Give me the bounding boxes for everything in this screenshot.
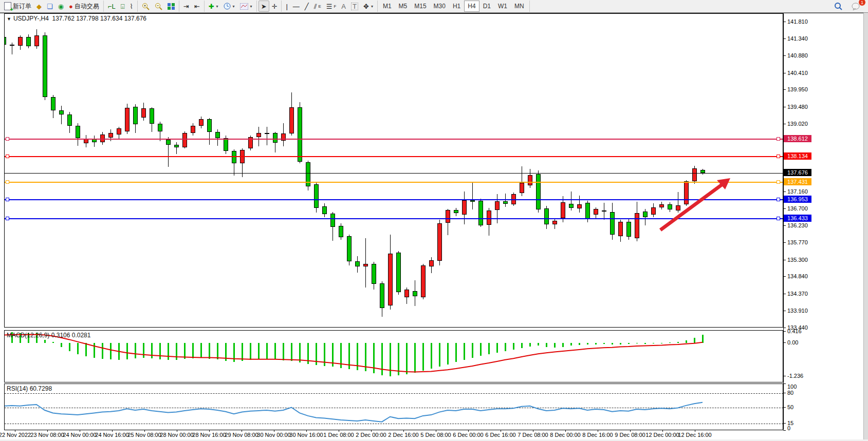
price-tick-label: 136.700 bbox=[787, 205, 808, 212]
date-label: 24 Nov 00:00 bbox=[63, 432, 96, 438]
rsi-tick-label: 50 bbox=[787, 404, 793, 410]
date-label: 5 Dec 08:00 bbox=[420, 432, 451, 438]
fibonacci-button[interactable]: ☰F bbox=[324, 1, 339, 12]
vline-button[interactable]: | bbox=[283, 1, 290, 12]
notification-badge: 1 bbox=[858, 0, 866, 6]
timeframe-button-M5[interactable]: M5 bbox=[395, 1, 411, 12]
chart-autoscroll-button[interactable]: ⇤ bbox=[192, 1, 202, 12]
auto-trading-icon: ● bbox=[69, 3, 73, 10]
crosshair-icon: ✛ bbox=[272, 3, 278, 10]
timeframe-button-H1[interactable]: H1 bbox=[449, 1, 464, 12]
rsi-tick bbox=[783, 384, 786, 384]
date-label: 29 Nov 08:00 bbox=[225, 432, 258, 438]
bar-chart-icon: ⌐L bbox=[108, 3, 116, 10]
timeframe-button-MN[interactable]: MN bbox=[511, 1, 528, 12]
auto-trading-label: 自动交易 bbox=[75, 2, 99, 11]
window-edge bbox=[863, 13, 868, 441]
text-label-icon: T bbox=[351, 3, 358, 10]
crosshair-button[interactable]: ✛ bbox=[269, 1, 280, 12]
timeframe-button-M30[interactable]: M30 bbox=[430, 1, 449, 12]
price-tick bbox=[783, 73, 786, 73]
price-tick bbox=[783, 225, 786, 226]
chart-shift-end-button[interactable]: ⇥ bbox=[181, 1, 192, 12]
price-tick bbox=[783, 242, 786, 243]
fibonacci-glyph: F bbox=[334, 4, 336, 9]
date-label: 30 Nov 16:00 bbox=[289, 432, 323, 438]
auto-trading-button[interactable]: ● 自动交易 bbox=[66, 1, 102, 12]
bar-chart-button[interactable]: ⌐L bbox=[105, 1, 118, 12]
signals-button[interactable]: ◉ bbox=[56, 1, 66, 12]
periods-button[interactable]: ▾ bbox=[221, 1, 237, 12]
arrow-annotation[interactable] bbox=[5, 14, 783, 327]
timeframe-button-H4[interactable]: H4 bbox=[464, 1, 479, 12]
channel-button[interactable]: ⫽E bbox=[311, 1, 324, 12]
zoom-out-button[interactable] bbox=[152, 1, 165, 12]
price-tick-label: 134.370 bbox=[787, 291, 808, 297]
price-tick-label: 140.410 bbox=[787, 70, 808, 76]
price-line-label: 136.953 bbox=[784, 196, 811, 203]
templates-button[interactable]: ▾ bbox=[237, 1, 255, 12]
date-label: 28 Nov 16:00 bbox=[192, 432, 226, 438]
main-toolbar: + 新订单 ◆ ❏ ◉ ● 自动交易 ⌐L ⌻ ⌇ bbox=[0, 0, 868, 13]
indicators-button[interactable]: ✚▾ bbox=[206, 1, 221, 12]
toolbar-group-charttype: ⌐L ⌻ ⌇ bbox=[104, 1, 138, 12]
hline-button[interactable]: — bbox=[290, 1, 302, 12]
date-label: 12 Dec 16:00 bbox=[678, 432, 711, 438]
price-tick bbox=[783, 276, 786, 277]
cursor-button[interactable]: ➤ bbox=[258, 1, 269, 12]
date-label: 8 Dec 16:00 bbox=[582, 432, 613, 438]
symbol-dropdown-icon[interactable]: ▼ bbox=[7, 16, 11, 22]
price-tick bbox=[783, 107, 786, 107]
timeframe-button-W1[interactable]: W1 bbox=[494, 1, 511, 12]
price-tick-label: 133.910 bbox=[787, 308, 808, 314]
price-tick-label: 139.020 bbox=[787, 121, 808, 127]
market-watch-button[interactable]: ❏ bbox=[44, 1, 56, 12]
price-tick bbox=[783, 294, 786, 294]
notifications-button[interactable]: 1 bbox=[849, 1, 863, 12]
ohlc-values: 137.762 137.798 137.634 137.676 bbox=[52, 15, 147, 22]
rsi-tick-label: 0 bbox=[787, 425, 790, 431]
zoom-in-button[interactable] bbox=[139, 1, 152, 12]
candlestick-button[interactable]: ⌻ bbox=[118, 1, 127, 12]
rsi-tick bbox=[783, 430, 786, 431]
clock-icon bbox=[224, 3, 231, 10]
macd-signal-line bbox=[5, 331, 783, 382]
timeframe-button-D1[interactable]: D1 bbox=[479, 1, 494, 12]
line-chart-icon: ⌇ bbox=[130, 3, 133, 10]
trendline-button[interactable]: ╱ bbox=[302, 1, 311, 12]
price-tick-label: 134.840 bbox=[787, 273, 808, 279]
new-order-button[interactable]: + 新订单 bbox=[2, 1, 34, 12]
toolbar-group-shift: ⇥ ⇤ bbox=[179, 1, 205, 12]
macd-tick-label: -1.236 bbox=[787, 373, 803, 379]
search-button[interactable] bbox=[832, 1, 845, 12]
price-line-label: 137.676 bbox=[784, 169, 811, 176]
macd-pane: MACD(12,26,9) 0.3106 0.0281 bbox=[4, 330, 783, 382]
signals-icon: ◉ bbox=[58, 3, 64, 10]
date-label: 24 Nov 16:00 bbox=[95, 432, 128, 438]
chart-title: ▼USDJPY-,H4 137.762 137.798 137.634 137.… bbox=[7, 15, 146, 22]
price-tick bbox=[783, 191, 786, 192]
quotes-button[interactable]: ◆ bbox=[34, 1, 44, 12]
price-line-label: 136.433 bbox=[784, 215, 811, 222]
line-chart-button[interactable]: ⌇ bbox=[127, 1, 136, 12]
timeframe-button-M1[interactable]: M1 bbox=[379, 1, 395, 12]
macd-tick bbox=[783, 342, 786, 343]
text-label-button[interactable]: T bbox=[348, 1, 361, 12]
timeframe-button-M15[interactable]: M15 bbox=[411, 1, 430, 12]
date-label: 7 Dec 08:00 bbox=[518, 432, 548, 438]
date-label: 1 Dec 08:00 bbox=[323, 432, 354, 438]
arrows-caret-icon: ▾ bbox=[371, 4, 373, 9]
tile-windows-button[interactable] bbox=[165, 1, 177, 12]
templates-caret-icon: ▾ bbox=[250, 4, 252, 9]
price-tick-label: 140.880 bbox=[787, 52, 808, 59]
market-watch-icon: ❏ bbox=[47, 3, 53, 10]
text-button[interactable]: A bbox=[339, 1, 348, 12]
mt4-terminal: + 新订单 ◆ ❏ ◉ ● 自动交易 ⌐L ⌻ ⌇ bbox=[0, 0, 868, 441]
price-tick bbox=[783, 55, 786, 56]
text-icon: A bbox=[341, 3, 346, 10]
price-tick-label: 139.480 bbox=[787, 104, 808, 110]
price-line-label: 138.612 bbox=[784, 135, 811, 142]
macd-tick-label: 0.416 bbox=[787, 328, 802, 334]
template-icon bbox=[240, 3, 248, 10]
arrows-button[interactable]: ✥▾ bbox=[361, 1, 376, 12]
